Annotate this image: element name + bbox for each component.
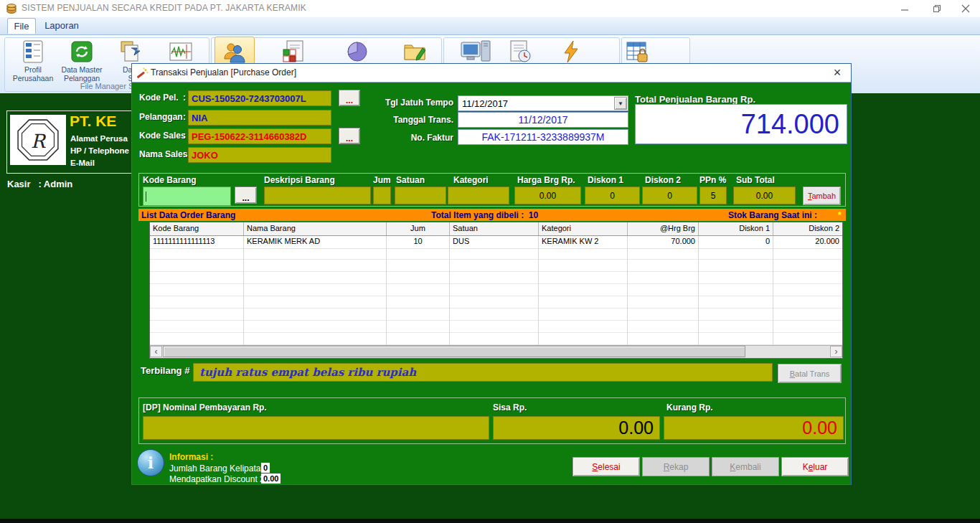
tanggal-trans-field[interactable]: 11/12/2017 [458,112,628,128]
bottom-edge-bar [0,519,980,523]
data-grid-document-icon[interactable] [281,39,306,64]
dp-nominal-input[interactable] [143,416,489,440]
tgl-jatuh-tempo-label: Tgl Jatuh Tempo [347,98,453,108]
col-header-nama-barang[interactable]: Nama Barang [244,222,387,235]
app-coins-icon [6,3,17,14]
colon: : [183,131,186,141]
grid-empty-area [150,248,842,346]
kode-barang-entry-label: Kode Barang [143,175,197,185]
diskon2-entry-label: Diskon 2 [645,175,681,185]
diskon2-input[interactable]: 0 [642,187,697,204]
folder-edit-icon[interactable] [402,39,427,64]
col-header-hrg-brg[interactable]: @Hrg Brg [628,222,699,235]
col-header-jum[interactable]: Jum [387,222,450,235]
col-header-diskon2[interactable]: Diskon 2 [773,222,842,235]
company-name: PT. KE [70,113,116,130]
company-phone-line: HP / Telephone [70,146,129,155]
batal-trans-button[interactable]: Batal Trans [778,364,842,383]
colon: : [183,93,186,103]
document-clock-icon[interactable] [508,39,532,64]
terbilang-label: Terbilang # [141,365,189,376]
cell-kode-barang: 1111111111111113 [150,236,244,248]
data-sales-icon[interactable] [118,39,143,64]
order-bar-left-text: List Data Order Barang [141,210,235,220]
grid-header-row: Kode Barang Nama Barang Jum Satuan Kateg… [150,222,842,236]
tab-laporan[interactable]: Laporan [39,18,85,33]
info-kelipatan-label: Jumlah Barang Kelipatan : [169,463,270,473]
cell-nama-barang: KERAMIK MERK AD [244,236,387,248]
kode-barang-browse-button[interactable]: ... [235,187,257,204]
sisa-label: Sisa Rp. [493,402,527,413]
horizontal-scrollbar[interactable]: ‹ › [150,345,842,358]
subtotal-entry-label: Sub Total [736,175,775,185]
kode-sales-label: Kode Sales [139,131,186,141]
tgl-jatuh-tempo-combo[interactable]: 11/12/2017 ▼ [458,95,628,111]
colon: : [183,112,186,122]
kategori-input[interactable] [448,187,509,204]
lightning-icon[interactable] [559,39,583,64]
informasi-title: Informasi : [169,452,213,462]
col-header-satuan[interactable]: Satuan [450,222,539,235]
stock-star: * [838,210,842,220]
close-icon[interactable] [955,2,976,15]
no-faktur-field[interactable]: FAK-171211-3233889937M [458,129,628,145]
order-items-grid: Kode Barang Nama Barang Jum Satuan Kateg… [149,222,843,359]
kasir-value: : Admin [38,179,72,189]
pelanggan-field[interactable]: NIA [188,110,331,126]
col-header-kategori[interactable]: Kategori [539,222,628,235]
diskon1-input[interactable]: 0 [585,187,640,204]
terbilang-field: tujuh ratus empat belas ribu rupiah [193,363,773,382]
col-header-diskon1[interactable]: Diskon 1 [699,222,773,235]
minimize-icon[interactable] [894,2,915,15]
order-bar-center-text: Total Item yang dibeli : 10 [431,210,538,220]
dialog-body: Kode Pel. : CUS-150520-7243703007L ... P… [132,82,851,484]
cell-hrg-brg: 70.000 [628,236,699,248]
scroll-left-icon[interactable]: ‹ [150,346,162,357]
dp-nominal-label: [DP] Nominal Pembayaran Rp. [143,402,267,413]
kode-pel-field[interactable]: CUS-150520-7243703007L [188,90,331,106]
harga-input[interactable]: 0.00 [514,187,581,204]
scroll-right-icon[interactable]: › [830,346,842,357]
col-header-kode-barang[interactable]: Kode Barang [150,222,244,235]
selesai-button[interactable]: Selesai [573,457,640,476]
rekap-button[interactable]: Rekap [642,457,710,476]
kembali-button[interactable]: Kembali [712,457,779,476]
kode-pel-label: Kode Pel. [139,93,179,103]
info-discount-label: Mendapatkan Discount 2 : [169,474,269,484]
satuan-input[interactable] [395,187,446,204]
transaksi-penjualan-users-icon[interactable] [222,40,246,65]
tanggal-trans-label: Tanggal Trans. [347,115,453,125]
menu-bar: File Laporan [0,17,980,35]
jum-input[interactable] [373,187,391,204]
table-lock-icon[interactable] [626,39,650,64]
nama-sales-field[interactable]: JOKO [188,147,331,163]
tab-file[interactable]: File [7,18,36,34]
deskripsi-input[interactable] [264,187,371,204]
dropdown-arrow-icon[interactable]: ▼ [614,97,627,110]
scrollbar-thumb[interactable] [163,346,745,357]
colon: : [183,149,186,159]
cell-diskon2: 20.000 [773,236,842,248]
kasir-row: Kasir : Admin [7,179,72,189]
satuan-entry-label: Satuan [396,175,425,185]
computer-icon[interactable] [460,39,491,64]
info-kelipatan-value: 0 [261,463,270,473]
keluar-button[interactable]: Keluar [781,457,849,476]
data-master-pelanggan-icon[interactable] [70,39,94,64]
cell-kategori: KERAMIK KW 2 [539,236,628,248]
kode-barang-input[interactable] [143,187,231,206]
tambah-button[interactable]: Tambah [803,187,841,205]
report-waveform-icon[interactable] [169,39,193,64]
jum-entry-label: Jum [373,175,391,185]
pie-chart-icon[interactable] [345,39,369,64]
dialog-title-bar[interactable]: Transaksi Penjualan [Purchase Order] × [132,64,851,83]
ppn-input[interactable]: 5 [699,187,727,204]
profil-perusahaan-icon[interactable] [21,39,45,64]
kode-sales-field[interactable]: PEG-150622-3114660382D [188,128,331,144]
sisa-value: 0.00 [493,416,660,440]
subtotal-input[interactable]: 0.00 [733,187,796,204]
restore-icon[interactable] [926,2,948,15]
dp-payment-panel: [DP] Nominal Pembayaran Rp. Sisa Rp. Kur… [138,397,846,444]
info-discount-value: 0.00 [261,473,281,484]
dialog-close-icon[interactable]: × [829,65,845,80]
